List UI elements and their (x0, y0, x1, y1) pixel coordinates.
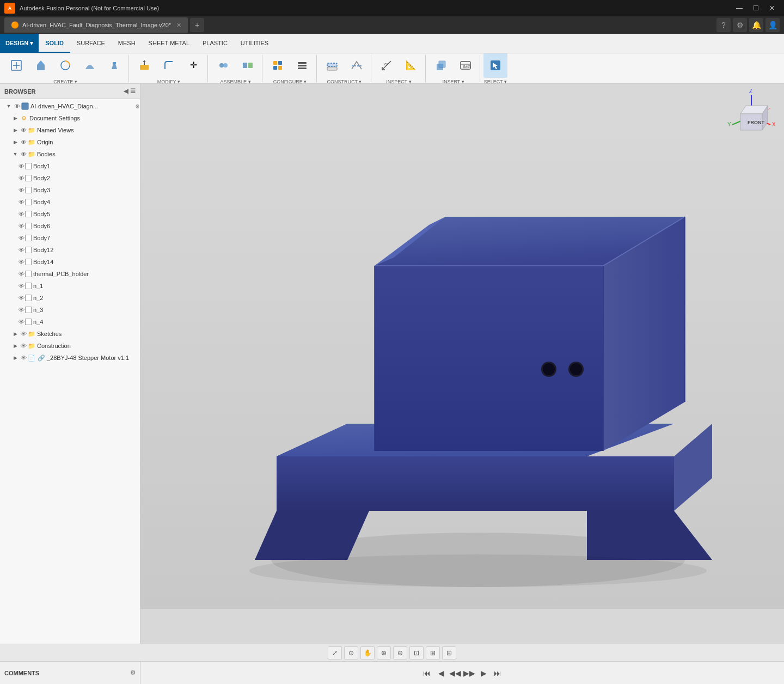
root-expand[interactable]: ▼ (4, 102, 13, 111)
tool-construct2[interactable] (345, 53, 369, 78)
n2-checkbox[interactable] (25, 295, 32, 301)
tree-body2[interactable]: 👁 Body2 (0, 172, 140, 184)
sketches-eye[interactable]: 👁 (20, 330, 27, 338)
tool-inspect2[interactable]: 📐 (399, 53, 423, 78)
tree-thermal-pcb[interactable]: 👁 thermal_PCB_holder (0, 268, 140, 280)
body14-eye[interactable]: 👁 (17, 258, 25, 266)
playback-prev-frame[interactable]: ◀◀ (449, 667, 461, 679)
tool-measure[interactable]: cm (375, 53, 399, 78)
browser-menu-icon[interactable]: ☰ (130, 88, 136, 95)
nav-display-settings[interactable]: ⊟ (442, 646, 456, 659)
body6-checkbox[interactable] (25, 223, 32, 229)
tree-stepper[interactable]: ▶ 👁 📄 🔗 _28BYJ-48 Stepper Motor v1:1 (0, 352, 140, 364)
tree-body4[interactable]: 👁 Body4 (0, 196, 140, 208)
viewport[interactable]: X Y Z FRONT (140, 84, 784, 644)
stepper-expand[interactable]: ▶ (11, 353, 20, 362)
n4-eye[interactable]: 👁 (17, 318, 25, 326)
named-views-eye[interactable]: 👁 (20, 126, 27, 134)
tool-new-component[interactable] (4, 53, 28, 78)
tree-named-views[interactable]: ▶ 👁 📁 Named Views (0, 124, 140, 136)
body5-eye[interactable]: 👁 (17, 210, 25, 218)
tree-n3[interactable]: 👁 n_3 (0, 304, 140, 316)
body12-eye[interactable]: 👁 (17, 246, 25, 254)
comments-expand-icon[interactable]: ⚙ (130, 669, 136, 676)
construction-expand[interactable]: ▶ (11, 341, 20, 350)
body5-checkbox[interactable] (25, 211, 32, 217)
tree-construction[interactable]: ▶ 👁 📁 Construction (0, 340, 140, 352)
tree-body6[interactable]: 👁 Body6 (0, 220, 140, 232)
thermal-pcb-eye[interactable]: 👁 (17, 270, 25, 278)
tree-body5[interactable]: 👁 Body5 (0, 208, 140, 220)
body12-checkbox[interactable] (25, 247, 32, 253)
nav-view-mode1[interactable]: ⊡ (409, 646, 424, 659)
playback-next[interactable]: ▶ (477, 667, 489, 679)
body14-checkbox[interactable] (25, 259, 32, 265)
bodies-eye[interactable]: 👁 (20, 150, 27, 158)
tool-assemble2[interactable] (236, 53, 260, 78)
browser-collapse-icon[interactable]: ◀ (124, 88, 128, 95)
body4-eye[interactable]: 👁 (17, 198, 25, 206)
body3-eye[interactable]: 👁 (17, 186, 25, 194)
viewcube[interactable]: X Y Z FRONT (724, 89, 779, 144)
tab-solid[interactable]: SOLID (39, 34, 70, 53)
tree-root[interactable]: ▼ 👁 AI-driven_HVAC_Diagn... ⚙ (0, 100, 140, 112)
tab-mesh[interactable]: MESH (112, 34, 142, 53)
tab-close-button[interactable]: ✕ (176, 22, 181, 29)
browser-content[interactable]: ▼ 👁 AI-driven_HVAC_Diagn... ⚙ ▶ ⚙ Docume… (0, 99, 140, 644)
tool-extrude[interactable] (29, 53, 53, 78)
thermal-pcb-checkbox[interactable] (25, 271, 32, 277)
nav-zoom-out[interactable]: ⊖ (393, 646, 407, 659)
minimize-button[interactable]: — (732, 3, 747, 14)
body3-checkbox[interactable] (25, 187, 32, 193)
tool-sweep[interactable] (78, 53, 102, 78)
root-eye[interactable]: 👁 (13, 102, 21, 110)
tool-loft[interactable] (102, 53, 126, 78)
help-button[interactable]: ? (716, 18, 731, 32)
named-views-expand[interactable]: ▶ (11, 126, 20, 135)
tool-move[interactable]: ✛ (181, 53, 205, 78)
n2-eye[interactable]: 👁 (17, 294, 25, 302)
tool-select[interactable] (483, 53, 507, 78)
tree-body12[interactable]: 👁 Body12 (0, 244, 140, 256)
root-options[interactable]: ⚙ (135, 103, 140, 109)
playback-end[interactable]: ⏭ (492, 667, 504, 679)
body2-eye[interactable]: 👁 (17, 174, 25, 182)
tool-revolve[interactable] (53, 53, 77, 78)
tool-press-pull[interactable] (132, 53, 156, 78)
close-button[interactable]: ✕ (764, 3, 780, 14)
stepper-eye[interactable]: 👁 (20, 354, 27, 362)
body4-checkbox[interactable] (25, 199, 32, 205)
tree-doc-settings[interactable]: ▶ ⚙ Document Settings (0, 112, 140, 124)
tree-body7[interactable]: 👁 Body7 (0, 232, 140, 244)
account-button[interactable]: 👤 (765, 18, 780, 32)
maximize-button[interactable]: ☐ (748, 3, 763, 14)
construction-eye[interactable]: 👁 (20, 342, 27, 350)
n3-eye[interactable]: 👁 (17, 306, 25, 314)
body1-checkbox[interactable] (25, 163, 32, 169)
tree-n4[interactable]: 👁 n_4 (0, 316, 140, 328)
new-tab-button[interactable]: + (190, 18, 204, 32)
tree-n1[interactable]: 👁 n_1 (0, 280, 140, 292)
origin-eye[interactable]: 👁 (20, 138, 27, 146)
playback-next-frame[interactable]: ▶▶ (463, 667, 475, 679)
origin-expand[interactable]: ▶ (11, 138, 20, 146)
nav-pan[interactable]: ✋ (360, 646, 375, 659)
tree-body14[interactable]: 👁 Body14 (0, 256, 140, 268)
document-tab[interactable]: 🟠 AI-driven_HVAC_Fault_Diagnosis_Thermal… (4, 17, 188, 33)
tree-n2[interactable]: 👁 n_2 (0, 292, 140, 304)
settings-button[interactable]: ⚙ (733, 18, 747, 32)
n1-checkbox[interactable] (25, 283, 32, 289)
n3-checkbox[interactable] (25, 307, 32, 313)
tool-insert2[interactable]: IMG (454, 53, 477, 78)
tab-utilities[interactable]: UTILITIES (234, 34, 275, 53)
notification-button[interactable]: 🔔 (749, 18, 763, 32)
body7-eye[interactable]: 👁 (17, 234, 25, 242)
sketches-expand[interactable]: ▶ (11, 329, 20, 338)
nav-view-mode2[interactable]: ⊞ (426, 646, 440, 659)
tree-origin[interactable]: ▶ 👁 📁 Origin (0, 136, 140, 148)
nav-orbit[interactable]: ⊙ (344, 646, 358, 659)
body7-checkbox[interactable] (25, 235, 32, 241)
tool-configure2[interactable] (290, 53, 314, 78)
tool-insert1[interactable] (429, 53, 453, 78)
nav-fit-all[interactable]: ⤢ (328, 646, 342, 659)
